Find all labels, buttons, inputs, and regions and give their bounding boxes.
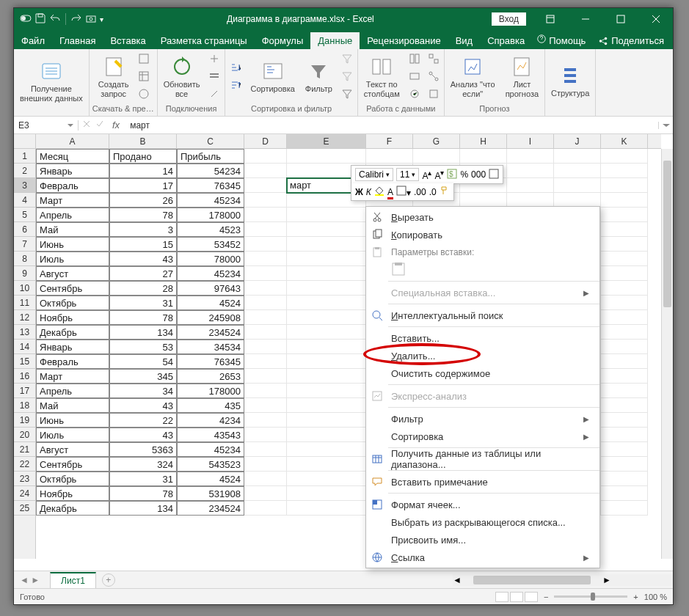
tab-insert[interactable]: Вставка <box>103 32 153 49</box>
tab-formulas[interactable]: Формулы <box>255 32 311 49</box>
cell[interactable] <box>287 340 366 354</box>
cell[interactable] <box>287 325 366 340</box>
cell[interactable]: 178000 <box>177 208 244 222</box>
sort-desc-icon[interactable] <box>228 78 243 94</box>
cell[interactable] <box>601 281 648 296</box>
cell[interactable] <box>507 178 554 193</box>
tab-review[interactable]: Рецензирование <box>360 32 448 49</box>
cell[interactable] <box>287 369 366 384</box>
font-select[interactable]: Calibri▾ <box>355 168 393 181</box>
cell[interactable]: Июль <box>36 428 109 442</box>
flash-fill-icon[interactable] <box>407 51 422 67</box>
ctx-link[interactable]: Ссылка▶ <box>366 549 599 566</box>
cancel-formula-icon[interactable] <box>81 119 92 131</box>
col-header-B[interactable]: B <box>109 134 177 148</box>
cell[interactable] <box>413 149 460 164</box>
cell[interactable]: Январь <box>36 340 109 354</box>
cell[interactable] <box>601 222 648 237</box>
cell[interactable] <box>244 296 287 310</box>
cell[interactable]: Январь <box>36 164 109 178</box>
select-all-corner[interactable] <box>14 134 36 149</box>
cell[interactable]: 26 <box>109 193 177 208</box>
col-header-F[interactable]: F <box>366 134 413 148</box>
cell[interactable] <box>601 354 648 369</box>
cell[interactable]: 3 <box>109 222 177 237</box>
cell[interactable]: Месяц <box>36 149 109 164</box>
cell[interactable] <box>554 164 601 178</box>
cell[interactable]: Май <box>36 398 109 413</box>
sheet-nav[interactable]: ◄ ► <box>14 575 45 585</box>
row-header-5[interactable]: 5 <box>14 208 35 222</box>
formula-input[interactable]: март <box>124 120 658 131</box>
cell[interactable]: 43 <box>109 252 177 266</box>
col-header-I[interactable]: I <box>507 134 554 148</box>
cell[interactable] <box>554 193 601 208</box>
get-external-data-button[interactable]: Получение внешних данных <box>17 58 86 103</box>
cell[interactable]: 27 <box>109 266 177 281</box>
cell[interactable] <box>244 457 287 472</box>
cell[interactable] <box>244 413 287 428</box>
cell[interactable] <box>244 472 287 486</box>
row-header-20[interactable]: 20 <box>14 428 35 442</box>
tab-home[interactable]: Главная <box>52 32 103 49</box>
cell[interactable]: 17 <box>109 178 177 193</box>
cell[interactable]: 4523 <box>177 222 244 237</box>
maximize-icon[interactable] <box>604 8 638 30</box>
ctx-get-data[interactable]: Получить данные из таблицы или диапазона… <box>366 450 599 468</box>
cell[interactable] <box>244 325 287 340</box>
cell[interactable] <box>287 413 366 428</box>
connections-icon[interactable] <box>207 51 222 67</box>
from-table-icon[interactable] <box>136 69 151 85</box>
italic-icon[interactable]: К <box>366 187 371 197</box>
percent-icon[interactable]: % <box>460 169 468 180</box>
cell[interactable]: 76345 <box>177 354 244 369</box>
cell[interactable]: Февраль <box>36 354 109 369</box>
cell[interactable] <box>287 398 366 413</box>
save-icon[interactable] <box>34 12 46 26</box>
cell[interactable] <box>244 281 287 296</box>
cell[interactable] <box>244 237 287 252</box>
cell[interactable] <box>244 486 287 501</box>
cell[interactable]: Октябрь <box>36 472 109 486</box>
cell[interactable] <box>601 398 648 413</box>
cell[interactable]: Май <box>36 222 109 237</box>
sort-asc-icon[interactable] <box>228 60 243 76</box>
zoom-out-button[interactable]: − <box>544 593 548 601</box>
cell[interactable] <box>244 149 287 164</box>
decrease-decimal-icon[interactable]: .0 <box>429 187 437 197</box>
cell[interactable] <box>601 384 648 398</box>
zoom-in-button[interactable]: + <box>633 593 638 601</box>
row-header-21[interactable]: 21 <box>14 442 35 457</box>
font-color-icon[interactable]: А <box>387 187 393 197</box>
cell[interactable]: 31 <box>109 472 177 486</box>
ctx-delete[interactable]: Удалить... <box>366 347 599 364</box>
row-header-9[interactable]: 9 <box>14 266 35 281</box>
cell[interactable] <box>601 149 648 164</box>
cell[interactable]: Апрель <box>36 384 109 398</box>
row-header-16[interactable]: 16 <box>14 369 35 384</box>
cell[interactable] <box>287 442 366 457</box>
cell[interactable]: 134 <box>109 325 177 340</box>
add-sheet-button[interactable]: + <box>102 573 115 587</box>
view-buttons[interactable] <box>495 592 538 602</box>
cell[interactable] <box>287 501 366 516</box>
data-validation-icon[interactable] <box>407 87 422 103</box>
ribbon-display-icon[interactable] <box>533 8 567 30</box>
zoom-slider[interactable] <box>554 595 627 598</box>
cell[interactable] <box>244 208 287 222</box>
cell[interactable]: 78 <box>109 310 177 325</box>
ctx-filter[interactable]: Фильтр▶ <box>366 410 599 428</box>
ctx-sort[interactable]: Сортировка▶ <box>366 428 599 445</box>
cell[interactable] <box>244 398 287 413</box>
cell[interactable]: Апрель <box>36 208 109 222</box>
row-headers[interactable]: 1234567891011121314151617181920212223242… <box>14 149 36 559</box>
remove-duplicates-icon[interactable] <box>407 69 422 85</box>
cell[interactable]: Июнь <box>36 413 109 428</box>
row-header-7[interactable]: 7 <box>14 237 35 252</box>
tab-layout[interactable]: Разметка страницы <box>153 32 255 49</box>
cell[interactable]: 34534 <box>177 340 244 354</box>
scroll-thumb[interactable] <box>663 161 671 307</box>
vertical-scrollbar[interactable] <box>661 149 673 559</box>
cell[interactable]: 54234 <box>177 164 244 178</box>
ctx-insert-comment[interactable]: Вставить примечание <box>366 473 599 491</box>
